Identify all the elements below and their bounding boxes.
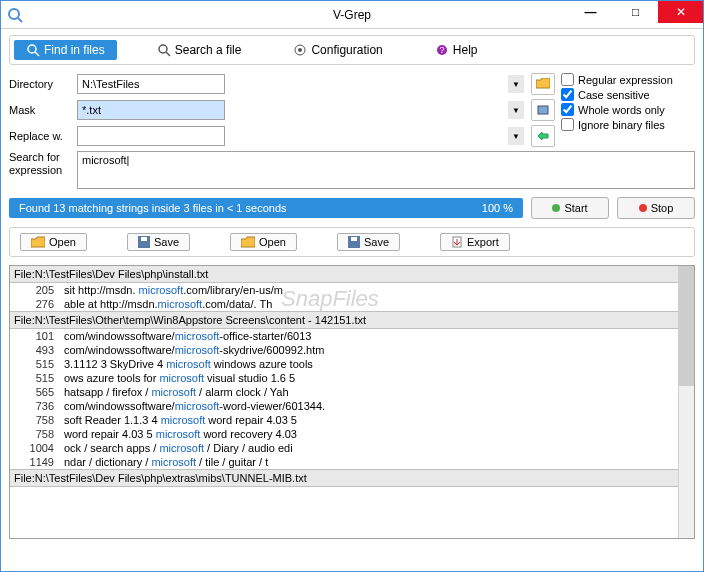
svg-rect-14 [351, 237, 357, 241]
find-in-files-tab[interactable]: Find in files [14, 40, 117, 60]
line-text: ndar / dictionary / microsoft / tile / g… [64, 456, 268, 468]
maximize-button[interactable]: □ [613, 1, 658, 23]
result-line[interactable]: 515ows azure tools for microsoft visual … [10, 371, 678, 385]
close-button[interactable]: ✕ [658, 1, 703, 23]
scroll-thumb[interactable] [679, 266, 694, 386]
action-bar: Open Save Open Save Export [9, 227, 695, 257]
open-button-1[interactable]: Open [20, 233, 87, 251]
save-button-1[interactable]: Save [127, 233, 190, 251]
result-line[interactable]: 276able at http://msdn.microsoft.com/dat… [10, 297, 678, 311]
result-line[interactable]: 101com/windowssoftware/microsoft-office-… [10, 329, 678, 343]
replace-input[interactable] [77, 126, 225, 146]
match-highlight: microsoft [166, 358, 211, 370]
directory-dropdown-arrow[interactable]: ▼ [508, 75, 524, 93]
line-text: sit http://msdn. microsoft.com/library/e… [64, 284, 283, 296]
open1-label: Open [49, 236, 76, 248]
result-line[interactable]: 205sit http://msdn. microsoft.com/librar… [10, 283, 678, 297]
line-number: 758 [14, 414, 54, 426]
start-label: Start [564, 202, 587, 214]
regex-checkbox-row[interactable]: Regular expression [561, 73, 695, 86]
open2-label: Open [259, 236, 286, 248]
stop-label: Stop [651, 202, 674, 214]
start-icon [552, 204, 560, 212]
configuration-tab[interactable]: Configuration [281, 40, 394, 60]
search-a-file-tab[interactable]: Search a file [145, 40, 254, 60]
match-highlight: microsoft [151, 386, 196, 398]
svg-point-7 [298, 48, 302, 52]
search-expression-input[interactable] [77, 151, 695, 189]
help-label: Help [453, 43, 478, 57]
find-icon [26, 43, 40, 57]
result-line[interactable]: 5153.1112 3 SkyDrive 4 microsoft windows… [10, 357, 678, 371]
ignore-checkbox[interactable] [561, 118, 574, 131]
browse-folder-button[interactable] [531, 73, 555, 95]
ignore-checkbox-row[interactable]: Ignore binary files [561, 118, 695, 131]
file-header[interactable]: File:N:\TestFiles\Other\temp\Win8Appstor… [10, 311, 678, 329]
app-icon [7, 7, 23, 23]
match-highlight: microsoft [175, 400, 220, 412]
case-checkbox-row[interactable]: Case sensitive [561, 88, 695, 101]
status-percent: 100 % [482, 202, 513, 214]
line-text: 3.1112 3 SkyDrive 4 microsoft windows az… [64, 358, 313, 370]
svg-point-0 [9, 9, 19, 19]
result-line[interactable]: 493com/windowssoftware/microsoft-skydriv… [10, 343, 678, 357]
save-icon [138, 236, 150, 248]
result-line[interactable]: 758 word repair 4.03 5 microsoft word re… [10, 427, 678, 441]
whole-checkbox[interactable] [561, 103, 574, 116]
stop-button[interactable]: Stop [617, 197, 695, 219]
save-icon-2 [348, 236, 360, 248]
match-highlight: microsoft [139, 284, 184, 296]
results-scrollbar[interactable] [678, 266, 694, 538]
line-text: able at http://msdn.microsoft.com/data/.… [64, 298, 272, 310]
find-in-files-label: Find in files [44, 43, 105, 57]
result-line[interactable]: 758soft Reader 1.1.3 4 microsoft word re… [10, 413, 678, 427]
case-checkbox[interactable] [561, 88, 574, 101]
file-header[interactable]: File:N:\TestFiles\Dev Files\php\extras\m… [10, 469, 678, 487]
ignore-label: Ignore binary files [578, 119, 665, 131]
help-tab[interactable]: ?Help [423, 40, 490, 60]
whole-checkbox-row[interactable]: Whole words only [561, 103, 695, 116]
result-line[interactable]: 565hatsapp / firefox / microsoft / alarm… [10, 385, 678, 399]
file-header[interactable]: File:N:\TestFiles\Dev Files\php\install.… [10, 266, 678, 283]
regex-checkbox[interactable] [561, 73, 574, 86]
mask-dropdown-arrow[interactable]: ▼ [508, 101, 524, 119]
svg-point-4 [159, 45, 167, 53]
line-number: 1004 [14, 442, 54, 454]
directory-input[interactable] [77, 74, 225, 94]
replace-tool-button[interactable] [531, 125, 555, 147]
match-highlight: microsoft [175, 344, 220, 356]
line-number: 493 [14, 344, 54, 356]
open-button-2[interactable]: Open [230, 233, 297, 251]
save1-label: Save [154, 236, 179, 248]
export-icon [451, 236, 463, 248]
line-number: 276 [14, 298, 54, 310]
search-file-icon [157, 43, 171, 57]
minimize-button[interactable]: — [568, 1, 613, 23]
line-number: 1149 [14, 456, 54, 468]
export-label: Export [467, 236, 499, 248]
mask-input[interactable] [77, 100, 225, 120]
export-button[interactable]: Export [440, 233, 510, 251]
save-button-2[interactable]: Save [337, 233, 400, 251]
mask-preset-button[interactable] [531, 99, 555, 121]
result-line[interactable]: 736com/windowssoftware/microsoft-word-vi… [10, 399, 678, 413]
line-text: word repair 4.03 5 microsoft word recove… [64, 428, 297, 440]
configuration-label: Configuration [311, 43, 382, 57]
result-line[interactable]: 1004ock / search apps / microsoft / Diar… [10, 441, 678, 455]
start-button[interactable]: Start [531, 197, 609, 219]
svg-line-1 [18, 18, 22, 22]
regex-label: Regular expression [578, 74, 673, 86]
line-text: com/windowssoftware/microsoft-word-viewe… [64, 400, 325, 412]
replace-dropdown-arrow[interactable]: ▼ [508, 127, 524, 145]
svg-text:?: ? [439, 45, 444, 55]
match-highlight: microsoft [159, 442, 204, 454]
directory-label: Directory [9, 78, 71, 90]
line-text: soft Reader 1.1.3 4 microsoft word repai… [64, 414, 297, 426]
line-text: com/windowssoftware/microsoft-skydrive/6… [64, 344, 324, 356]
results-panel: File:N:\TestFiles\Dev Files\php\install.… [9, 265, 695, 539]
open-icon [31, 236, 45, 248]
match-highlight: microsoft [161, 414, 206, 426]
line-text: com/windowssoftware/microsoft-office-sta… [64, 330, 311, 342]
result-line[interactable]: 1149ndar / dictionary / microsoft / tile… [10, 455, 678, 469]
line-number: 515 [14, 372, 54, 384]
